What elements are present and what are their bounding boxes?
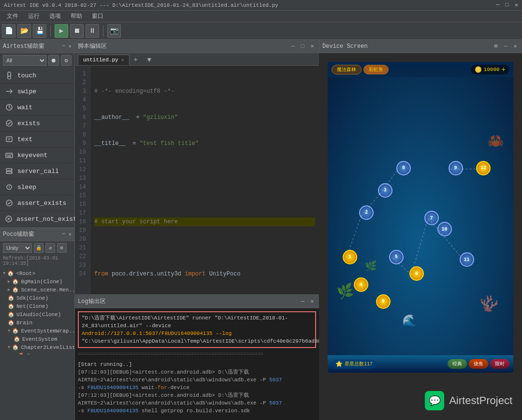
menu-file[interactable]: 文件: [2, 11, 23, 21]
poco-tree-view: ▼ 🏠 <Root> ▶ 🏠 BgMain(Clone) ▶ 🏠 Scene_s…: [0, 267, 74, 354]
toolbar-run-btn[interactable]: ▶: [55, 24, 68, 38]
minimize-btn[interactable]: ─: [496, 1, 499, 9]
device-minimize-btn[interactable]: ─: [502, 43, 509, 50]
sidebar-item-touch[interactable]: touch: [0, 68, 74, 84]
maximize-btn[interactable]: □: [506, 1, 509, 9]
game-screen[interactable]: 魔法森林 彩虹鱼 🪙 10000 + ◀ 🌿: [328, 62, 513, 373]
tab-dropdown-btn[interactable]: ▼: [144, 55, 155, 65]
sidebar-item-server-call[interactable]: server_call: [0, 163, 74, 179]
poco-helper-close[interactable]: ✕: [68, 231, 72, 237]
toolbar-pause-btn[interactable]: ⏸: [86, 24, 99, 38]
code-editor[interactable]: 12345 678910 1112131415 1617181920 21222…: [75, 66, 319, 294]
menu-help[interactable]: 帮助: [66, 11, 87, 21]
tree-brain[interactable]: 🏠 Brain: [0, 319, 74, 327]
menu-window[interactable]: 窗口: [87, 11, 108, 21]
tree-eventsystemwrap[interactable]: ▼ 🏠 EventSystemWrap...: [0, 327, 74, 335]
tab-untitled-py[interactable]: untitled.py ✕: [78, 55, 130, 65]
sidebar-item-exists[interactable]: exists: [0, 116, 74, 131]
toolbar-stop-btn[interactable]: ⏹: [70, 24, 84, 38]
poco-helper-minimize[interactable]: ─: [62, 231, 66, 237]
poco-lock-btn[interactable]: 🔒: [34, 243, 44, 253]
poco-settings-btn[interactable]: ⚙: [57, 243, 67, 253]
toolbar-save-btn[interactable]: 💾: [33, 24, 46, 38]
sidebar-item-text[interactable]: text: [0, 131, 74, 147]
level-node-3[interactable]: 3: [378, 183, 392, 198]
editor-restore-btn[interactable]: □: [299, 43, 306, 50]
tree-chapter2[interactable]: ▼ 🏠 Chapter2LevelListP...: [0, 343, 74, 351]
tab-add-btn[interactable]: +: [130, 55, 141, 65]
sleep-icon: [5, 183, 14, 191]
menu-run[interactable]: 运行: [23, 11, 44, 21]
airtest-helper-close[interactable]: ✕: [68, 43, 72, 49]
game-btn-fire[interactable]: 烧鱼: [469, 359, 488, 369]
sidebar-item-sleep[interactable]: sleep: [0, 179, 74, 195]
log-debug-5: AIRTES~2\airtest\core\android\static\adb…: [78, 399, 316, 407]
log-close-btn[interactable]: ✕: [308, 298, 316, 305]
level-node-2[interactable]: 2: [359, 205, 374, 220]
coin-add-btn[interactable]: +: [502, 66, 506, 73]
toolbar-screenshot-btn[interactable]: 📷: [107, 24, 121, 38]
tree-scene[interactable]: ▶ 🏠 Scene_scene.Men...: [0, 286, 74, 294]
tree-uiaudio[interactable]: 🏠 UIAudio(Clone): [0, 310, 74, 319]
level-node-4[interactable]: 4: [354, 277, 368, 292]
tree-root[interactable]: ▼ 🏠 <Root>: [0, 269, 74, 277]
device-grid-btn[interactable]: ⊞: [492, 43, 500, 50]
level-node-1[interactable]: 1: [343, 250, 357, 264]
game-btn-classic[interactable]: 经典: [448, 359, 467, 369]
log-debug-2: AIRTES~2\airtest\core\android\static\adb…: [78, 376, 316, 384]
code-text-area[interactable]: # -*- encoding=utf8 -*- __author__ = "gz…: [90, 66, 319, 294]
tab-close-btn[interactable]: ✕: [121, 57, 124, 63]
game-bottom-bar: ⭐ 星星总数117 经典 烧鱼 限时: [328, 355, 513, 373]
assert-not-exists-icon: [5, 215, 13, 223]
editor-close-btn[interactable]: ✕: [308, 43, 316, 50]
level-node-9-bot[interactable]: 9: [376, 294, 391, 309]
filter-record-btn[interactable]: ⏺: [48, 55, 59, 66]
toolbar-new-btn[interactable]: 📄: [2, 24, 15, 38]
log-debug-6: -s F8UDU16409004135 shell getprop ro.bui…: [78, 407, 316, 415]
sidebar-item-keyevent[interactable]: keyevent: [0, 147, 74, 163]
filter-select[interactable]: All: [3, 55, 46, 66]
tree-net[interactable]: 🏠 Net(Clone): [0, 302, 74, 310]
close-btn[interactable]: ✕: [515, 1, 518, 9]
game-tab-forest[interactable]: 魔法森林: [332, 65, 362, 74]
level-paths: [328, 77, 513, 355]
title-bar: Airtest IDE v0.0.4 2018-02-27 --- D:\Air…: [0, 0, 522, 11]
editor-minimize-btn[interactable]: ─: [289, 43, 297, 50]
game-tab-rainbow[interactable]: 彩虹鱼: [363, 65, 389, 74]
level-node-11[interactable]: 11: [460, 252, 474, 267]
device-close-btn[interactable]: ✕: [511, 43, 519, 50]
game-container: 魔法森林 彩虹鱼 🪙 10000 + ◀ 🌿: [319, 53, 522, 381]
filter-settings-btn[interactable]: ⚙: [61, 55, 72, 66]
game-btn-limited[interactable]: 限时: [490, 359, 509, 369]
level-node-7[interactable]: 7: [424, 211, 439, 225]
log-content[interactable]: "D:\迅雷下载\AirtestIDE\AirtestIDE" runner "…: [75, 308, 319, 420]
tree-eventsystem[interactable]: 🏠 EventSystem: [0, 335, 74, 343]
sidebar-item-assert-not-exists[interactable]: assert_not_exists: [0, 211, 74, 227]
sleep-label: sleep: [17, 184, 36, 191]
tree-canvas[interactable]: ▶ 🏠 Canvas: [0, 351, 74, 354]
tab-label: untitled.py: [83, 57, 118, 63]
svg-rect-7: [11, 154, 12, 155]
toolbar-sep2: [103, 25, 103, 37]
level-node-10[interactable]: 10: [437, 222, 452, 236]
level-node-8[interactable]: 8: [396, 161, 411, 175]
assert-exists-icon: [5, 199, 14, 207]
poco-engine-select[interactable]: Unity: [3, 243, 32, 253]
tree-sdk[interactable]: 🏠 Sdk(Clone): [0, 294, 74, 302]
level-node-6[interactable]: 6: [409, 266, 424, 281]
sidebar-item-assert-exists[interactable]: assert_exists: [0, 195, 74, 211]
level-node-12[interactable]: 12: [476, 161, 491, 175]
poco-refresh-btn[interactable]: ↺: [45, 243, 55, 253]
sidebar-item-wait[interactable]: wait: [0, 100, 74, 116]
level-node-5[interactable]: 5: [389, 250, 404, 264]
log-minimize-btn[interactable]: ─: [299, 298, 306, 305]
log-debug-3: -s F8UDU16409004135 wait-for-device: [78, 384, 316, 391]
toolbar-open-btn[interactable]: 📂: [17, 24, 31, 38]
sidebar-item-swipe[interactable]: swipe: [0, 84, 74, 100]
tree-bgmain[interactable]: ▶ 🏠 BgMain(Clone): [0, 277, 74, 286]
assert-not-exists-label: assert_not_exists: [16, 216, 81, 223]
level-node-9-top[interactable]: 9: [449, 161, 463, 175]
poco-helper-title: Poco辅助窗: [3, 230, 34, 238]
menu-options[interactable]: 选项: [44, 11, 66, 21]
airtest-helper-minimize[interactable]: ─: [62, 43, 66, 49]
